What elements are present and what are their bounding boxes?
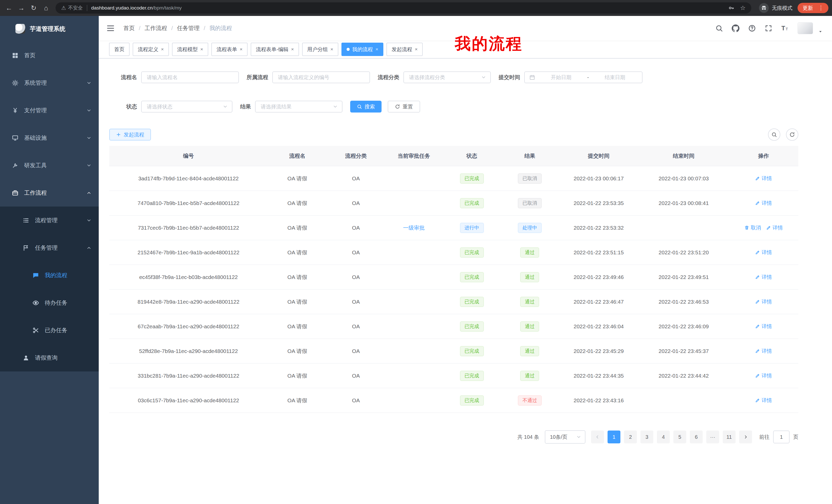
cell-name: OA 请假 (268, 265, 327, 289)
incognito-label: 无痕模式 (772, 5, 792, 11)
page-button-4[interactable]: 4 (657, 430, 670, 443)
tab-流程表单[interactable]: 流程表单× (211, 43, 248, 56)
sidebar-item-home[interactable]: 首页 (0, 41, 99, 69)
breadcrumb-item[interactable]: 任务管理 (177, 24, 200, 32)
help-icon[interactable] (748, 24, 756, 32)
close-tab-icon[interactable]: × (375, 47, 378, 52)
sidebar-item-payment[interactable]: 支付管理 (0, 96, 99, 124)
breadcrumb-item[interactable]: 首页 (123, 24, 135, 32)
browser-home-icon[interactable]: ⌂ (41, 3, 51, 13)
browser-update-button[interactable]: 更新 ⋮ (798, 3, 828, 13)
detail-link[interactable]: 详情 (755, 372, 772, 379)
close-tab-icon[interactable]: × (291, 47, 294, 52)
close-tab-icon[interactable]: × (330, 47, 333, 52)
page-button-2[interactable]: 2 (624, 430, 637, 443)
fullscreen-icon[interactable] (765, 24, 772, 32)
browser-reload-icon[interactable]: ↻ (28, 3, 39, 13)
detail-link[interactable]: 详情 (755, 249, 772, 256)
sidebar-fold-icon[interactable] (106, 24, 115, 32)
user-avatar[interactable] (798, 22, 813, 34)
sidebar-item-workflow[interactable]: 工作流程 (0, 179, 99, 206)
app-logo[interactable]: 芋道管理系统 (0, 16, 99, 41)
browser-chrome: ← → ↻ ⌂ ⚠ 不安全 dashboard.yudao.iocoder.cn… (0, 0, 832, 16)
search-button[interactable]: 搜索 (350, 101, 382, 113)
refresh-icon (395, 104, 400, 109)
cell-category: OA (327, 191, 385, 216)
browser-menu-icon[interactable]: ⋮ (816, 5, 826, 11)
current-task-link[interactable]: 一级审批 (403, 225, 425, 231)
font-size-icon[interactable]: TT (781, 24, 789, 32)
column-header: 流程分类 (327, 146, 385, 166)
close-tab-icon[interactable]: × (415, 47, 418, 52)
goto-page: 前往 页 (759, 430, 798, 443)
page-size-select[interactable]: 10条/页 (545, 430, 586, 444)
browser-back-icon[interactable]: ← (4, 3, 15, 13)
cell-result: 已取消 (501, 191, 559, 216)
process-name-input[interactable] (141, 72, 239, 83)
detail-link[interactable]: 详情 (755, 274, 772, 281)
detail-link[interactable]: 详情 (755, 397, 772, 404)
cancel-link[interactable]: 取消 (744, 224, 761, 231)
tools-icon (11, 162, 19, 169)
tab-用户分组[interactable]: 用户分组× (302, 43, 338, 56)
github-icon[interactable] (732, 24, 739, 32)
table-row: 3ad174fb-7b9d-11ec-8404-acde48001122OA 请… (109, 166, 798, 191)
start-process-button[interactable]: 发起流程 (109, 129, 151, 141)
tab-流程模型[interactable]: 流程模型× (172, 43, 208, 56)
close-tab-icon[interactable]: × (240, 47, 242, 52)
detail-link[interactable]: 详情 (755, 298, 772, 305)
submit-time-range[interactable]: 开始日期 - 结束日期 (524, 72, 643, 83)
detail-link[interactable]: 详情 (755, 175, 772, 182)
sidebar-item-infrastructure[interactable]: 基础设施 (0, 124, 99, 151)
tab-首页[interactable]: 首页 (109, 43, 130, 56)
reset-button[interactable]: 重置 (388, 101, 420, 113)
flag-icon (22, 245, 30, 251)
next-page-button[interactable] (739, 430, 752, 443)
goto-page-input[interactable] (773, 430, 789, 443)
page-button-1[interactable]: 1 (607, 430, 620, 443)
browser-forward-icon[interactable]: → (16, 3, 27, 13)
header-search-icon[interactable] (715, 24, 723, 32)
action-label: 详情 (761, 200, 772, 206)
page-button-3[interactable]: 3 (641, 430, 653, 443)
more-pages-button[interactable]: ··· (706, 430, 719, 443)
close-tab-icon[interactable]: × (161, 47, 164, 52)
column-header: 流程名 (268, 146, 327, 166)
page-button-5[interactable]: 5 (673, 430, 686, 443)
page-button-6[interactable]: 6 (690, 430, 703, 443)
sidebar-item-todo-task[interactable]: 待办任务 (0, 289, 99, 316)
status-badge: 已完成 (460, 346, 484, 356)
detail-link[interactable]: 详情 (766, 224, 783, 231)
owner-process-input[interactable] (272, 72, 370, 83)
password-key-icon[interactable] (728, 5, 734, 11)
prev-page-button[interactable] (591, 430, 604, 443)
sidebar-item-my-process[interactable]: 我的流程 (0, 261, 99, 289)
sidebar-item-task-mgmt[interactable]: 任务管理 (0, 234, 99, 261)
page-button-11[interactable]: 11 (723, 430, 735, 443)
cell-result: 通过 (501, 265, 559, 289)
sidebar-item-system[interactable]: 系统管理 (0, 69, 99, 96)
detail-link[interactable]: 详情 (755, 200, 772, 206)
table-refresh-button[interactable] (786, 129, 798, 141)
table-search-button[interactable] (768, 129, 780, 141)
detail-link[interactable]: 详情 (755, 323, 772, 330)
cell-category: OA (327, 240, 385, 265)
result-select[interactable]: 请选择流结果 (255, 101, 342, 113)
sidebar-item-process-mgmt[interactable]: 流程管理 (0, 206, 99, 234)
tab-我的流程[interactable]: 我的流程× (341, 43, 383, 56)
address-bar[interactable]: ⚠ 不安全 dashboard.yudao.iocoder.cn/bpm/tas… (55, 2, 751, 13)
avatar-caret-icon[interactable] (818, 29, 823, 34)
sidebar-item-devtools[interactable]: 研发工具 (0, 151, 99, 179)
tab-流程定义[interactable]: 流程定义× (133, 43, 169, 56)
close-tab-icon[interactable]: × (200, 47, 203, 52)
tab-发起流程[interactable]: 发起流程× (386, 43, 423, 56)
sidebar-item-done-task[interactable]: 已办任务 (0, 316, 99, 344)
result-badge: 处理中 (518, 223, 542, 233)
bookmark-star-icon[interactable]: ☆ (740, 4, 746, 11)
sidebar-item-leave-query[interactable]: 请假查询 (0, 344, 99, 371)
detail-link[interactable]: 详情 (755, 347, 772, 355)
status-select[interactable]: 请选择状态 (141, 101, 232, 113)
breadcrumb-item[interactable]: 工作流程 (145, 24, 167, 32)
tab-流程表单-编辑[interactable]: 流程表单-编辑× (251, 43, 299, 56)
category-select[interactable]: 请选择流程分类 (404, 72, 491, 83)
